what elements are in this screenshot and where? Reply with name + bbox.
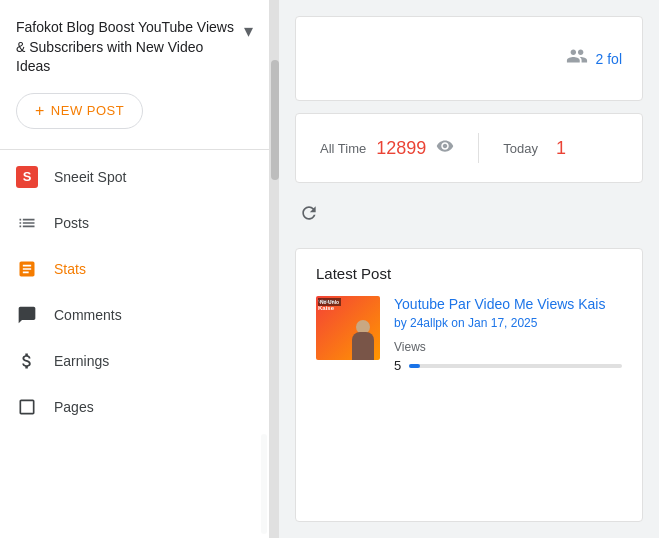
today-value: 1 — [556, 138, 566, 159]
followers-icon — [566, 45, 588, 72]
sidebar-item-label: Posts — [54, 215, 89, 231]
today-label: Today — [503, 141, 538, 156]
latest-post-card: Latest Post viewsKaise No Unlo Youtube P… — [295, 248, 643, 522]
all-time-stat: All Time 12899 — [320, 137, 454, 159]
post-views-section: Views 5 — [394, 340, 622, 373]
sidebar-scrollbar[interactable] — [271, 0, 279, 538]
new-post-label: NEW POST — [51, 103, 124, 118]
sidebar-item-pages[interactable]: Pages — [0, 384, 269, 430]
refresh-area — [295, 195, 643, 236]
post-title[interactable]: Youtube Par Video Me Views Kais — [394, 296, 622, 312]
dropdown-arrow-icon[interactable]: ▾ — [244, 20, 253, 42]
main-content: 2 fol All Time 12899 Today 1 Latest — [279, 0, 659, 538]
all-time-value: 12899 — [376, 138, 426, 159]
sidebar-item-label: Earnings — [54, 353, 109, 369]
refresh-icon[interactable] — [295, 199, 323, 232]
post-author-date: by 24allpk on Jan 17, 2025 — [394, 316, 622, 330]
post-thumbnail: viewsKaise No Unlo — [316, 296, 380, 360]
sidebar-item-label: Sneeit Spot — [54, 169, 126, 185]
sidebar-header: Fafokot Blog Boost YouTube Views & Subsc… — [0, 10, 269, 81]
thumb-body — [352, 332, 374, 360]
sneeit-icon: S — [16, 166, 38, 188]
latest-post-section-title: Latest Post — [316, 265, 622, 282]
sidebar: Fafokot Blog Boost YouTube Views & Subsc… — [0, 0, 270, 538]
views-count: 5 — [394, 358, 401, 373]
views-label: Views — [394, 340, 622, 354]
post-info: Youtube Par Video Me Views Kais by 24all… — [394, 296, 622, 373]
stats-card: All Time 12899 Today 1 — [295, 113, 643, 183]
comments-icon — [16, 304, 38, 326]
plus-icon: + — [35, 102, 45, 120]
sidebar-item-posts[interactable]: Posts — [0, 200, 269, 246]
followers-count: 2 fol — [596, 51, 622, 67]
posts-icon — [16, 212, 38, 234]
earnings-icon — [16, 350, 38, 372]
eye-icon — [436, 137, 454, 159]
today-stat: Today 1 — [503, 138, 566, 159]
sidebar-item-earnings[interactable]: Earnings — [0, 338, 269, 384]
post-row: viewsKaise No Unlo Youtube Par Video Me … — [316, 296, 622, 373]
sidebar-item-label: Stats — [54, 261, 86, 277]
views-bar — [409, 364, 622, 368]
views-bar-fill — [409, 364, 420, 368]
thumb-person-container — [348, 316, 378, 360]
sidebar-item-label: Comments — [54, 307, 122, 323]
sidebar-item-stats[interactable]: Stats — [0, 246, 269, 292]
sidebar-item-sneeit[interactable]: S Sneeit Spot — [0, 154, 269, 200]
followers-card: 2 fol — [295, 16, 643, 101]
followers-info: 2 fol — [566, 45, 622, 72]
stats-icon — [16, 258, 38, 280]
sidebar-divider — [0, 149, 269, 150]
pages-icon — [16, 396, 38, 418]
views-bar-container: 5 — [394, 358, 622, 373]
all-time-label: All Time — [320, 141, 366, 156]
new-post-button[interactable]: + NEW POST — [16, 93, 143, 129]
sidebar-item-comments[interactable]: Comments — [0, 292, 269, 338]
blog-title: Fafokot Blog Boost YouTube Views & Subsc… — [16, 18, 236, 77]
stat-divider — [478, 133, 479, 163]
sidebar-item-label: Pages — [54, 399, 94, 415]
thumb-badge: No Unlo — [318, 298, 341, 306]
